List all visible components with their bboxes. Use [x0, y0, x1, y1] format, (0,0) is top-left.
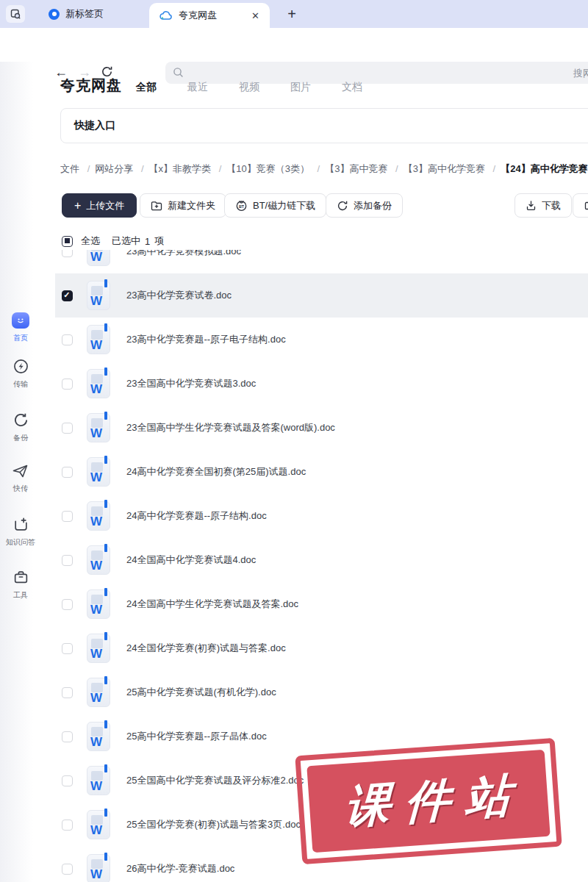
- browser-nav-bar: ← → 搜网盘: [0, 28, 588, 62]
- breadcrumb-link[interactable]: 网站分享: [95, 163, 133, 174]
- sidebar-item-quick-send[interactable]: 快传: [0, 463, 41, 494]
- word-doc-icon: W: [87, 545, 110, 575]
- new-tab-button[interactable]: +: [281, 3, 303, 25]
- share-button[interactable]: 分享: [573, 193, 588, 218]
- file-row[interactable]: ✓ W 24高中化学竞赛全国初赛(第25届)试题.doc: [55, 450, 588, 494]
- check-icon: ✓: [63, 290, 70, 300]
- share-icon: [584, 200, 588, 211]
- sidebar-item-backup[interactable]: 备份: [0, 412, 41, 443]
- sidebar-item-knowledge-qa[interactable]: 知识问答: [0, 516, 41, 548]
- file-name[interactable]: 24高中化学竞赛全国初赛(第25届)试题.doc: [126, 465, 306, 478]
- filter-tab[interactable]: 最近: [187, 81, 208, 94]
- file-checkbox[interactable]: ✓: [62, 643, 73, 654]
- word-doc-icon: W: [87, 589, 110, 619]
- word-doc-icon: W: [87, 281, 110, 310]
- upload-file-label: 上传文件: [86, 199, 124, 212]
- select-all-checkbox[interactable]: [62, 236, 73, 247]
- tab-search-icon: [10, 9, 21, 19]
- browser-logo-icon: [49, 9, 60, 20]
- file-name[interactable]: 25高中化学竞赛试题(有机化学).doc: [126, 686, 276, 699]
- file-row[interactable]: ✓ W 24全国高中化学竞赛试题4.doc: [55, 538, 588, 582]
- file-checkbox[interactable]: ✓: [62, 250, 73, 257]
- filter-tab[interactable]: 文档: [342, 81, 362, 94]
- breadcrumb-link[interactable]: 【24】高中化学竞赛: [501, 163, 587, 174]
- file-checkbox[interactable]: ✓: [62, 379, 73, 390]
- file-name[interactable]: 25高中化学竞赛题--原子晶体.doc: [126, 730, 267, 743]
- file-name[interactable]: 23全国高中化学竞赛试题3.doc: [126, 377, 256, 390]
- word-doc-icon: W: [87, 369, 110, 398]
- file-row[interactable]: ✓ W 23全国高中化学竞赛试题3.doc: [55, 362, 588, 406]
- file-name[interactable]: 24全国高中化学竞赛试题4.doc: [126, 553, 256, 567]
- download-button[interactable]: 下载: [514, 193, 572, 218]
- upload-file-button[interactable]: + 上传文件: [62, 193, 137, 218]
- file-row[interactable]: ✓ W 24全国化学竞赛(初赛)试题与答案.doc: [55, 626, 588, 670]
- file-checkbox[interactable]: ✓: [62, 687, 73, 698]
- file-name[interactable]: 23高中化学竞赛题--原子电子结构.doc: [126, 333, 286, 346]
- file-name[interactable]: 23全国高中学生化学竞赛试题及答案(word版).doc: [126, 421, 335, 434]
- bt-magnet-download-button[interactable]: BT BT/磁力链下载: [224, 193, 326, 218]
- breadcrumb-item: 【10】竞赛（3类）: [214, 163, 309, 174]
- breadcrumb-link[interactable]: 文件: [60, 163, 79, 174]
- browser-tab-quark[interactable]: 夸克网盘 ✕: [149, 3, 270, 28]
- stamp-inner: 课件站: [306, 750, 550, 853]
- file-name[interactable]: 24全国化学竞赛(初赛)试题与答案.doc: [126, 642, 286, 655]
- file-row[interactable]: ✓ W 25高中化学竞赛试题(有机化学).doc: [55, 670, 588, 714]
- quick-entry-card[interactable]: 快捷入口: [60, 108, 588, 143]
- file-checkbox[interactable]: ✓: [62, 731, 73, 742]
- sidebar-item-transfer[interactable]: 传输: [0, 358, 41, 390]
- file-name[interactable]: 25全国高中化学竞赛试题及评分标准2.doc: [126, 774, 304, 787]
- add-backup-button[interactable]: 添加备份: [326, 193, 403, 218]
- breadcrumb-link[interactable]: 【3】高中竞赛: [325, 163, 387, 174]
- breadcrumb-item: 文件: [60, 163, 79, 174]
- file-name[interactable]: 26高中化学-竞赛试题.doc: [126, 862, 234, 875]
- file-row[interactable]: ✓ W 23全国高中学生化学竞赛试题及答案(word版).doc: [55, 406, 588, 450]
- search-placeholder: 搜网盘: [573, 67, 588, 80]
- page-title: 夸克网盘: [60, 76, 122, 96]
- filter-tab[interactable]: 全部: [136, 81, 157, 94]
- browser-tab-label: 夸克网盘: [179, 9, 217, 22]
- file-row[interactable]: ✓ W 24全国高中学生化学竞赛试题及答案.doc: [55, 582, 588, 626]
- filter-tab[interactable]: 图片: [290, 81, 311, 94]
- file-name[interactable]: 23高中化学竞赛模拟题.doc: [126, 250, 241, 258]
- breadcrumb-item: 【24】高中化学竞赛: [488, 163, 588, 174]
- tab-search-button[interactable]: [6, 5, 25, 23]
- quark-cloud-icon: [159, 10, 173, 21]
- sidebar-item-label: 快传: [1, 484, 40, 494]
- browser-tab-newtab[interactable]: 新标签页: [38, 0, 114, 28]
- file-checkbox[interactable]: ✓: [62, 775, 73, 786]
- filter-tab[interactable]: 视频: [239, 81, 259, 94]
- file-checkbox[interactable]: ✓: [62, 423, 73, 434]
- sidebar: 首页 传输 备份 快传 知识问答 工具: [0, 62, 41, 882]
- close-icon[interactable]: ✕: [251, 10, 259, 21]
- transfer-icon: [0, 358, 41, 375]
- file-checkbox[interactable]: ✓: [62, 864, 73, 875]
- file-name[interactable]: 24高中化学竞赛题--原子结构.doc: [126, 509, 267, 523]
- file-row[interactable]: ✓ W 23高中化学竞赛题--原子电子结构.doc: [55, 318, 588, 362]
- sidebar-item-tools[interactable]: 工具: [0, 569, 41, 600]
- breadcrumb-link[interactable]: 【3】高中化学竞赛: [404, 163, 485, 174]
- new-folder-button[interactable]: 新建文件夹: [140, 193, 226, 218]
- file-name[interactable]: 25全国化学竞赛(初赛)试题与答案3页.doc: [126, 818, 301, 831]
- file-checkbox[interactable]: ✓: [62, 467, 73, 478]
- stamp-text: 课件站: [331, 764, 526, 839]
- file-name[interactable]: 24全国高中学生化学竞赛试题及答案.doc: [126, 598, 298, 611]
- download-icon: [526, 200, 537, 211]
- svg-text:BT: BT: [239, 204, 245, 209]
- plus-icon: +: [74, 199, 81, 212]
- file-checkbox[interactable]: ✓: [62, 599, 73, 610]
- sidebar-item-home[interactable]: 首页: [0, 312, 41, 343]
- file-checkbox[interactable]: ✓: [62, 820, 73, 831]
- file-checkbox[interactable]: ✓: [62, 290, 73, 301]
- file-checkbox[interactable]: ✓: [62, 555, 73, 566]
- file-name[interactable]: 23高中化学竞赛试卷.doc: [126, 289, 232, 302]
- breadcrumb-link[interactable]: 【10】竞赛（3类）: [226, 163, 309, 174]
- file-row[interactable]: ✓ W 23高中化学竞赛试卷.doc: [55, 273, 588, 318]
- sidebar-item-label: 传输: [1, 379, 40, 390]
- file-checkbox[interactable]: ✓: [62, 334, 73, 345]
- browser-tab-bar: 新标签页 夸克网盘 ✕ +: [0, 0, 588, 28]
- file-checkbox[interactable]: ✓: [62, 511, 73, 522]
- breadcrumb-item: 【3】高中竞赛: [312, 163, 388, 174]
- file-row[interactable]: ✓ W 23高中化学竞赛模拟题.doc: [55, 250, 588, 273]
- breadcrumb-link[interactable]: 【x】非教学类: [149, 163, 212, 174]
- file-row[interactable]: ✓ W 24高中化学竞赛题--原子结构.doc: [55, 494, 588, 538]
